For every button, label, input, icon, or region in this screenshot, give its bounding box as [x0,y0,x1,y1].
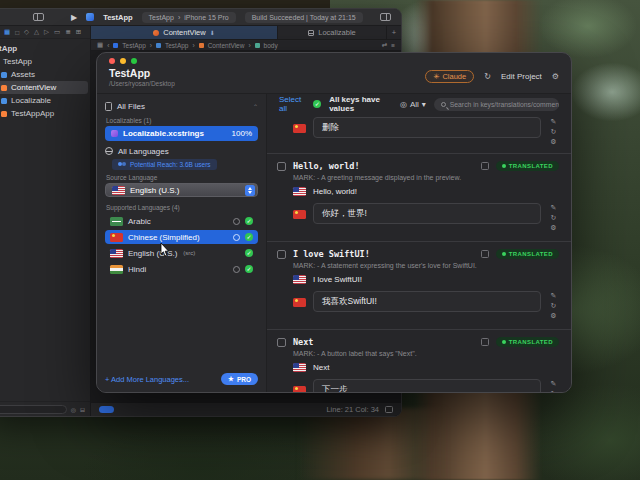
settings-icon[interactable]: ⚙ [550,312,556,320]
translated-check-icon: ✓ [245,249,253,257]
search-navigator-icon[interactable]: ◇ [24,28,29,36]
editor-layout-icon[interactable] [380,13,391,21]
entry-key: Hello, world! [293,161,360,171]
report-navigator-icon[interactable]: ⊞ [76,28,81,36]
file-row-project[interactable]: tApp [0,42,90,55]
swap-editor-icon[interactable]: ⇄ [382,41,387,49]
flag-us-icon [293,275,306,284]
language-row-english[interactable]: English (U.S.) (src) ✓ [105,246,258,260]
retranslate-icon[interactable]: ↻ [551,390,557,392]
breakpoint-navigator-icon[interactable]: ≣ [65,28,70,36]
minimap-icon[interactable]: ≡ [391,42,395,49]
xcstrings-file-row[interactable]: Localizable.xcstrings 100% [105,126,258,141]
toolbar-project-name: TestApp [103,13,132,22]
file-row-testappapp[interactable]: TestAppApp [0,107,90,120]
settings-icon[interactable]: ⚙ [550,138,556,146]
project-navigator-icon[interactable]: ▦ [4,28,10,36]
edit-icon[interactable]: ✎ [551,204,557,212]
retranslate-icon[interactable]: ↻ [551,302,557,310]
claude-badge[interactable]: ✳ Claude [425,70,474,83]
tab-localizable[interactable]: Localizable [277,26,387,39]
issue-navigator-icon[interactable]: △ [34,28,39,36]
flag-us-icon [110,249,123,258]
all-languages-row[interactable]: All Languages [105,144,258,158]
localization-window: TestApp /Users/ryosan/Desktop ✳ Claude ↻… [96,52,572,393]
potential-reach-badge: Potential Reach: 3.6B users [112,159,217,170]
string-entry-hello: Hello, world! TRANSLATED MARK: - A greet… [267,154,571,241]
mouse-cursor [160,243,170,257]
wallpaper-tree-trunk-lower [298,408,448,480]
debug-navigator-icon[interactable]: ▭ [54,28,60,36]
back-chevron-icon[interactable]: ‹ [107,42,109,49]
close-button[interactable] [109,58,115,64]
flag-in-icon [110,265,123,274]
entry-checkbox[interactable] [277,338,286,347]
all-files-row[interactable]: All Files ⌃ [105,99,258,113]
gear-icon[interactable]: ⚙ [552,72,559,81]
sidebar-toggle-icon[interactable] [33,13,44,21]
source-language-dropdown[interactable]: English (U.S.) [105,183,258,197]
bookmark-navigator-icon[interactable]: □ [15,29,19,36]
retranslate-icon[interactable]: ↻ [551,214,557,222]
assets-icon [1,72,7,78]
entry-checkbox[interactable] [277,162,286,171]
retranslate-circle-icon[interactable] [233,234,240,241]
edit-icon[interactable]: ✎ [551,292,557,300]
editor-tab-bar: ContentView ⬇ Localizable + [91,26,401,40]
file-row-assets[interactable]: Assets [0,68,90,81]
filter-dropdown[interactable]: ◎ All ▾ [400,100,426,109]
source-tag: (src) [183,250,195,256]
translation-input[interactable]: 下一步 [313,379,541,392]
scheme-name: TestApp [149,14,174,21]
tab-contentview[interactable]: ContentView ⬇ [91,26,277,39]
language-row-arabic[interactable]: Arabic ✓ [105,214,258,228]
settings-icon[interactable]: ⚙ [550,224,556,232]
test-navigator-icon[interactable]: ▷ [44,28,49,36]
translation-input[interactable]: 删除 [313,117,541,138]
language-pill[interactable] [99,406,114,413]
file-row-localizable[interactable]: Localizable [0,94,90,107]
entry-checkbox[interactable] [277,250,286,259]
copy-icon[interactable] [481,250,489,258]
add-tab-button[interactable]: + [387,26,401,39]
retranslate-circle-icon[interactable] [233,218,240,225]
translation-input[interactable]: 我喜欢SwiftUI! [313,291,541,312]
language-row-chinese[interactable]: Chinese (Simplified) ✓ [105,230,258,244]
retranslate-icon[interactable]: ↻ [551,128,557,136]
translation-input[interactable]: 你好，世界! [313,203,541,224]
copy-icon[interactable] [481,162,489,170]
traffic-lights [109,58,559,64]
add-more-languages-button[interactable]: + Add More Languages... [105,375,189,384]
select-all-button[interactable]: Select all [279,95,305,113]
scm-filter-icon[interactable]: ⊟ [80,406,85,413]
copy-icon[interactable] [481,338,489,346]
edit-icon[interactable]: ✎ [551,118,557,126]
refresh-icon[interactable]: ↻ [484,72,491,81]
project-navigator: ▦ □ ◇ △ ▷ ▭ ≣ ⊞ tApp TestApp [0,26,91,416]
table-icon [308,30,314,36]
strings-catalog-icon [111,130,118,137]
window-sidebar: All Files ⌃ Localizables (1) Localizable… [97,94,267,392]
language-row-hindi[interactable]: Hindi ✓ [105,262,258,276]
grid-icon[interactable]: ▦ [97,41,103,49]
edit-icon[interactable]: ✎ [551,380,557,388]
minimize-button[interactable] [120,58,126,64]
recent-filter-icon[interactable]: ◎ [71,406,76,413]
tab-pin-icon[interactable]: ⬇ [210,29,215,36]
entry-comment: MARK: - A statement expressing the user'… [293,262,559,269]
retranslate-circle-icon[interactable] [233,266,240,273]
filter-field[interactable] [0,405,67,414]
file-row-group[interactable]: TestApp [0,55,90,68]
file-row-contentview[interactable]: ContentView [0,81,88,94]
navigator-tab-bar: ▦ □ ◇ △ ▷ ▭ ≣ ⊞ [0,26,90,39]
editor-mode-icon[interactable] [385,406,393,413]
build-status[interactable]: Build Succeeded | Today at 21:15 [245,12,363,23]
run-button[interactable]: ▶ [71,13,77,22]
chevron-up-icon[interactable]: ⌃ [253,103,258,110]
search-input[interactable]: Search in keys/translations/comments... [434,98,559,111]
edit-project-button[interactable]: Edit Project [501,72,542,81]
scheme-selector[interactable]: TestApp › iPhone 15 Pro [142,12,236,23]
pro-badge[interactable]: ★ PRO [221,373,258,385]
zoom-button[interactable] [131,58,137,64]
string-entry-partial: 删除 ✎ ↻ ⚙ [267,114,571,153]
